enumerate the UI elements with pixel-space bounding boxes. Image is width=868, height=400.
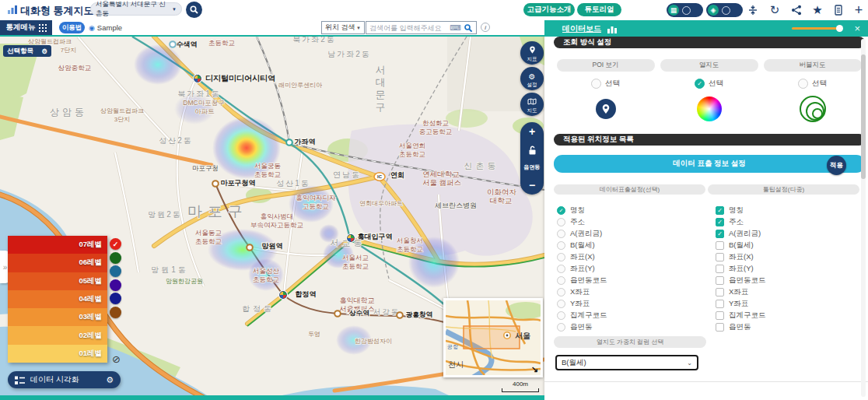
station-marker[interactable] bbox=[247, 244, 253, 251]
chevron-down-icon: ⌄ bbox=[687, 360, 692, 367]
databoard-panel: 데이터보드 × 조회 방식 설정 POI 보기선택열지도✓선택버블지도선택 적용… bbox=[544, 20, 868, 400]
search-icon bbox=[189, 5, 199, 15]
display-info-settings-bar[interactable]: 데이터 표출 정보 설정 bbox=[554, 155, 865, 173]
mode-select-radio[interactable]: 선택 bbox=[591, 79, 620, 89]
refresh-button[interactable]: ↻ bbox=[767, 2, 782, 18]
region-selector-dropdown[interactable]: 서울특별시 서대문구 신촌동 ▼ bbox=[90, 2, 182, 16]
field-label: B(월세) bbox=[729, 240, 754, 251]
station-marker[interactable]: IC bbox=[374, 173, 385, 181]
stats-menu-button[interactable]: 통계메뉴 bbox=[0, 20, 52, 35]
weight-column-select[interactable]: B(월세) ⌄ bbox=[555, 355, 698, 370]
minimap-city2-label: 천시 bbox=[448, 360, 464, 369]
station-marker[interactable] bbox=[279, 291, 288, 300]
display-field-radio-row[interactable]: ✓명칭 bbox=[557, 205, 607, 216]
search-type-select[interactable]: 위치 검색 ▼ bbox=[321, 21, 365, 34]
tooltip-field-checkbox-row[interactable]: ✓주소 bbox=[716, 216, 766, 228]
mode-select-radio[interactable]: ✓선택 bbox=[695, 79, 723, 89]
region-search-button[interactable] bbox=[186, 2, 202, 18]
apply-button[interactable]: 적용 bbox=[827, 156, 846, 175]
tooltip-field-checkbox-row[interactable]: Y좌표 bbox=[716, 298, 766, 310]
palette-color-circle[interactable] bbox=[110, 265, 121, 277]
station-marker[interactable] bbox=[286, 139, 292, 146]
tooltip-field-checkbox-row[interactable]: 좌표(X) bbox=[716, 251, 766, 263]
station-marker[interactable] bbox=[334, 311, 341, 317]
field-label: 집계구코드 bbox=[729, 311, 766, 321]
display-field-radio-row[interactable]: X좌표 bbox=[557, 286, 607, 298]
advanced-features-button[interactable]: 고급기능소개 bbox=[523, 3, 575, 16]
mode-select-radio[interactable]: 선택 bbox=[798, 79, 827, 89]
station-marker[interactable] bbox=[212, 181, 219, 187]
mode-pill-button[interactable]: 버블지도 bbox=[764, 59, 862, 72]
zoom-in-button[interactable]: + bbox=[529, 127, 535, 136]
palette-color-circle[interactable] bbox=[110, 293, 121, 304]
tooltip-field-checkbox-row[interactable]: B(월세) bbox=[716, 240, 766, 251]
map-canvas[interactable]: 수색역디지털미디어시티역북가좌1동북가좌2동남가좌2동래미안루센티아DMC마포청… bbox=[0, 37, 544, 395]
map-side-button-2[interactable]: ⚙설정 bbox=[520, 67, 544, 90]
slider-knob[interactable] bbox=[836, 25, 843, 32]
tooltip-field-checkbox-row[interactable]: 읍면동코드 bbox=[716, 275, 766, 286]
tooltip-field-checkbox-list: ✓명칭✓주소✓A(권리금)B(월세)좌표(X)좌표(Y)읍면동코드X좌표Y좌표집… bbox=[716, 205, 766, 333]
map-side-button-3[interactable]: 지도 bbox=[520, 93, 544, 116]
field-label: 주소 bbox=[729, 217, 744, 227]
station-marker[interactable] bbox=[397, 312, 403, 318]
display-field-radio-row[interactable]: 읍면동 bbox=[557, 321, 607, 333]
tooltip-field-checkbox-row[interactable]: ✓명칭 bbox=[716, 205, 766, 216]
add-button[interactable]: + bbox=[851, 2, 866, 18]
mode-pill-button[interactable]: POI 보기 bbox=[557, 59, 655, 72]
sample-layer-item[interactable]: ◉ Sample bbox=[89, 22, 122, 33]
usage-guide-button[interactable]: 이용법 bbox=[59, 22, 85, 33]
search-submit-icon[interactable] bbox=[464, 23, 473, 33]
panel-scrollbar-thumb[interactable] bbox=[861, 54, 866, 179]
minimap-resize-icon[interactable]: ↘ bbox=[531, 364, 538, 374]
opacity-slider[interactable] bbox=[792, 27, 840, 30]
tooltip-field-checkbox-row[interactable]: 집계구코드 bbox=[716, 310, 766, 321]
station-marker[interactable] bbox=[347, 234, 355, 243]
map-side-button-1[interactable]: 지표 bbox=[520, 41, 544, 65]
tooltip-field-checkbox-row[interactable]: ✓A(권리금) bbox=[716, 228, 766, 240]
databoard-title-tab[interactable]: 데이터보드 bbox=[562, 23, 601, 34]
view-3d-toggle[interactable]: ◈ bbox=[706, 3, 743, 17]
share-button[interactable] bbox=[789, 2, 804, 18]
radio-icon bbox=[557, 253, 565, 261]
favorite-button[interactable]: ★ bbox=[810, 2, 825, 18]
lock-open-icon[interactable] bbox=[528, 146, 537, 155]
palette-color-circle[interactable] bbox=[110, 279, 121, 291]
station-marker[interactable] bbox=[194, 75, 202, 83]
tutorial-button[interactable]: 튜토리얼 bbox=[577, 3, 621, 16]
display-field-radio-row[interactable]: 좌표(X) bbox=[557, 251, 607, 263]
display-field-radio-row[interactable]: B(월세) bbox=[557, 240, 607, 251]
tooltip-field-checkbox-row[interactable]: 읍면동 bbox=[716, 321, 766, 333]
collapse-button[interactable] bbox=[745, 2, 761, 18]
tooltip-field-checkbox-row[interactable]: 좌표(Y) bbox=[716, 263, 766, 275]
station-marker[interactable] bbox=[170, 41, 176, 47]
palette-color-circle[interactable] bbox=[110, 307, 121, 318]
tooltip-field-checkbox-row[interactable]: X좌표 bbox=[716, 286, 766, 298]
map-label: 초등학교 bbox=[253, 275, 279, 283]
display-field-radio-row[interactable]: 집계구코드 bbox=[557, 310, 607, 321]
display-field-radio-row[interactable]: Y좌표 bbox=[557, 298, 607, 310]
zoom-out-button[interactable]: − bbox=[529, 181, 535, 190]
map-label: 망원1동 bbox=[151, 265, 188, 274]
display-field-radio-row[interactable]: A(권리금) bbox=[557, 228, 607, 240]
refresh-icon: ↻ bbox=[770, 3, 780, 17]
palette-color-circle[interactable]: ✓ bbox=[110, 238, 121, 250]
minimap-viewport-rect[interactable] bbox=[464, 326, 520, 349]
display-field-radio-row[interactable]: 좌표(Y) bbox=[557, 263, 607, 275]
display-field-radio-row[interactable]: 읍면동코드 bbox=[557, 275, 607, 286]
map-view-toggle[interactable]: ▦ bbox=[667, 3, 703, 17]
info-icon[interactable]: i bbox=[481, 23, 490, 32]
map-label: 초등학교 bbox=[195, 237, 222, 245]
display-field-radio-row[interactable]: 주소 bbox=[557, 216, 607, 228]
selected-items-bar[interactable]: 선택항목 ⚙ bbox=[3, 45, 51, 57]
zoom-area-level-button[interactable]: 읍면동 bbox=[524, 163, 541, 171]
virtual-keyboard-icon[interactable]: ⌨ bbox=[450, 23, 461, 32]
mode-pill-button[interactable]: 열지도 bbox=[660, 59, 758, 72]
close-icon[interactable]: × bbox=[854, 23, 860, 34]
overview-minimap[interactable]: 서울 천시 공항 ↘ bbox=[443, 298, 543, 377]
display-settings-column-header: 데이터표출설정(선택) bbox=[554, 184, 705, 195]
report-button[interactable] bbox=[831, 2, 846, 18]
palette-color-circle[interactable] bbox=[110, 252, 121, 264]
data-visualization-bar[interactable]: 데이터 시각화 ⚙ bbox=[8, 371, 121, 388]
no-color-icon[interactable]: ⊘ bbox=[112, 353, 121, 365]
search-input[interactable] bbox=[369, 24, 448, 32]
